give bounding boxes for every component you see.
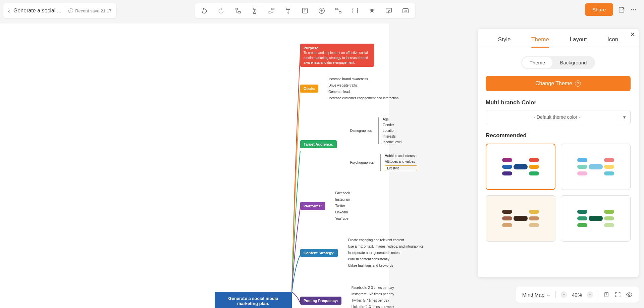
svg-rect-5 <box>272 8 274 10</box>
style-icon[interactable] <box>368 7 376 14</box>
purpose-label[interactable]: Purpose: To create and implement an effe… <box>300 44 374 67</box>
parent-icon[interactable] <box>268 7 275 14</box>
root-node[interactable]: Generate a social media marketing plan. <box>215 292 292 308</box>
tab-style[interactable]: Style <box>498 36 511 48</box>
svg-rect-9 <box>336 8 338 10</box>
svg-point-15 <box>631 9 632 10</box>
svg-rect-1 <box>238 12 240 13</box>
tab-theme[interactable]: Theme <box>531 36 549 48</box>
svg-rect-0 <box>235 8 237 10</box>
top-right-actions: Share <box>585 3 637 16</box>
fullscreen-icon[interactable] <box>614 291 621 298</box>
save-status: ✓ Recent save 21:17 <box>68 8 111 13</box>
save-text: Recent save 21:17 <box>75 8 111 13</box>
theme-card[interactable] <box>486 195 555 242</box>
branch-posting[interactable]: Posting Frequency: Facebook: 2-3 times p… <box>300 286 395 308</box>
tab-layout[interactable]: Layout <box>570 36 587 48</box>
sub-tabs: Theme Background <box>521 56 595 69</box>
sub-tab-theme[interactable]: Theme <box>522 57 553 68</box>
theme-card[interactable] <box>561 195 631 242</box>
sub-demographics[interactable]: Demographics Age Gender Location Interes… <box>350 117 417 144</box>
leaf[interactable]: Generate leads <box>328 90 398 94</box>
leaf[interactable]: Drive website traffic <box>328 84 398 87</box>
zoom-in-button[interactable]: + <box>587 291 593 298</box>
theme-grid <box>478 144 639 242</box>
svg-point-20 <box>629 294 630 296</box>
close-icon[interactable]: ✕ <box>630 31 635 38</box>
svg-rect-6 <box>286 8 290 10</box>
leaf[interactable]: Increase customer engagement and interac… <box>328 96 398 100</box>
share-button[interactable]: Share <box>585 3 613 16</box>
divider <box>65 7 65 14</box>
goals-label[interactable]: Goals: <box>300 85 318 93</box>
toolbar: AI <box>195 3 415 18</box>
more-icon[interactable] <box>630 6 637 13</box>
theme-card[interactable] <box>561 144 631 190</box>
multi-branch-title: Multi-branch Color <box>486 99 631 106</box>
subtopic-icon[interactable] <box>234 7 241 14</box>
content-label[interactable]: Content Strategy: <box>300 249 338 257</box>
check-icon: ✓ <box>68 8 73 13</box>
zoom-value: 40% <box>572 292 582 298</box>
branch-content[interactable]: Content Strategy: Create engaging and re… <box>300 238 424 267</box>
svg-point-16 <box>633 9 634 10</box>
branch-platforms[interactable]: Platforms: Facebook Instagram Twitter Li… <box>300 191 350 220</box>
text-icon[interactable] <box>301 7 309 14</box>
svg-rect-3 <box>253 12 256 14</box>
posting-label[interactable]: Posting Frequency: <box>300 297 341 305</box>
change-theme-button[interactable]: Change Theme ? <box>486 76 631 91</box>
relationship-icon[interactable] <box>335 7 342 14</box>
undo-icon[interactable] <box>201 7 208 14</box>
chevron-down-icon: ⌄ <box>546 292 551 298</box>
leaf[interactable]: Increase brand awareness <box>328 77 398 81</box>
sub-tab-background[interactable]: Background <box>552 57 594 68</box>
panel-tabs: Style Theme Layout Icon <box>478 29 639 48</box>
color-select[interactable]: - Default theme color - ▾ <box>486 110 631 124</box>
summary-icon[interactable] <box>352 7 359 14</box>
doc-header: ‹ Generate a social ... ✓ Recent save 21… <box>3 3 116 18</box>
sibling-icon[interactable] <box>251 7 258 14</box>
fit-icon[interactable] <box>603 291 610 298</box>
recommended-title: Recommended <box>486 132 631 139</box>
help-icon: ? <box>575 81 581 87</box>
branch-purpose[interactable]: Purpose: To create and implement an effe… <box>300 44 374 67</box>
ai-icon[interactable]: AI <box>402 7 409 14</box>
bottom-bar: Mind Map ⌄ − 40% + <box>516 287 639 303</box>
sub-psychographics[interactable]: Psychographics Hobbies and interests Att… <box>350 154 417 171</box>
goals-leaves: Increase brand awareness Drive website t… <box>328 77 398 100</box>
audience-label[interactable]: Target Audience: <box>300 140 337 148</box>
format-icon[interactable] <box>284 7 292 14</box>
add-icon[interactable] <box>318 7 325 14</box>
view-type-select[interactable]: Mind Map ⌄ <box>522 292 551 298</box>
svg-rect-2 <box>253 8 256 10</box>
theme-panel: ✕ Style Theme Layout Icon Theme Backgrou… <box>478 29 639 277</box>
svg-text:AI: AI <box>404 10 407 13</box>
svg-point-19 <box>606 293 607 294</box>
zoom-out-button[interactable]: − <box>560 291 567 298</box>
branch-audience[interactable]: Target Audience: Demographics Age Gender… <box>300 117 417 171</box>
svg-point-17 <box>635 9 637 10</box>
back-icon[interactable]: ‹ <box>8 7 10 14</box>
branch-goals[interactable]: Goals: Increase brand awareness Drive we… <box>300 77 398 100</box>
preview-icon[interactable] <box>626 291 633 298</box>
tab-icon[interactable]: Icon <box>607 36 618 48</box>
theme-card[interactable] <box>486 144 555 190</box>
svg-rect-4 <box>269 12 271 13</box>
export-icon[interactable] <box>618 6 625 13</box>
present-icon[interactable] <box>385 7 392 14</box>
chevron-down-icon: ▾ <box>623 114 626 120</box>
doc-title: Generate a social ... <box>13 8 61 14</box>
platforms-label[interactable]: Platforms: <box>300 202 325 210</box>
mindmap-canvas[interactable]: Purpose: To create and implement an effe… <box>0 23 389 308</box>
redo-icon[interactable] <box>217 7 225 14</box>
